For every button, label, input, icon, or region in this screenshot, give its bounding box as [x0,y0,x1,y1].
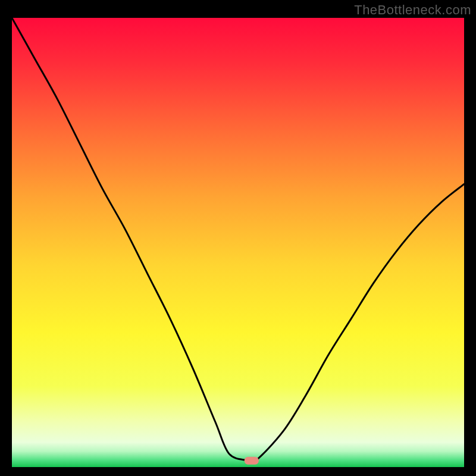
chart-background [12,18,464,467]
attribution-text: TheBottleneck.com [354,2,471,18]
min-marker [245,457,259,465]
bottleneck-chart [12,18,464,467]
chart-svg [12,18,464,467]
